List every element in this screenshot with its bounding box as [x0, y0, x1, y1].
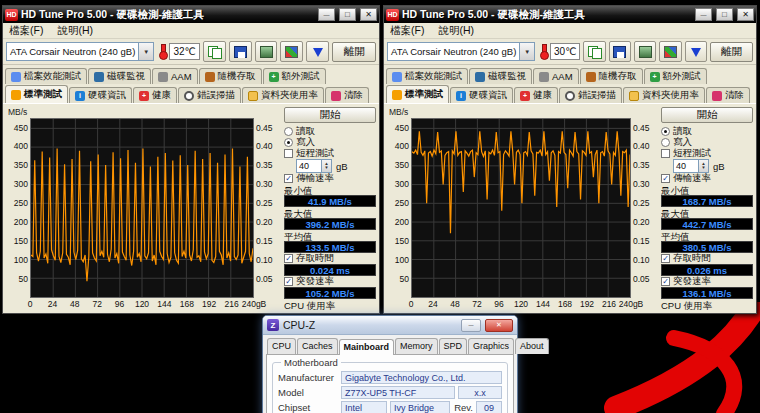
copy-screenshot-button[interactable]	[203, 41, 226, 62]
short-test-row[interactable]: 短程測試	[284, 148, 376, 159]
tab-benchmark[interactable]: 標準測試	[386, 85, 449, 103]
max-label: 最大值	[661, 208, 753, 218]
tab-disk-info[interactable]: 硬碟資訊	[69, 87, 132, 103]
short-test-size-stepper[interactable]: 40	[296, 159, 332, 173]
transfer-rate-checkbox[interactable]	[661, 174, 670, 183]
tab-random-access[interactable]: 隨機存取	[199, 68, 262, 84]
maximize-button[interactable]	[339, 8, 356, 21]
tab-health[interactable]: 健康	[514, 87, 558, 103]
short-test-row[interactable]: 短程測試	[661, 148, 753, 159]
menu-help[interactable]: 說明(H)	[57, 24, 93, 38]
save-screenshot-button[interactable]	[229, 41, 252, 62]
plot-area	[30, 118, 254, 298]
disk-monitor-icon	[94, 72, 104, 82]
access-time-checkbox[interactable]	[284, 254, 293, 263]
exit-button[interactable]: 離開	[332, 42, 376, 62]
print-button[interactable]	[634, 41, 656, 62]
tab-memory[interactable]: Memory	[395, 338, 438, 354]
drive-select[interactable]: ATA Corsair Neutron (240 gB)	[6, 42, 154, 61]
tab-caches[interactable]: Caches	[297, 338, 338, 354]
menu-file[interactable]: 檔案(F)	[390, 24, 424, 38]
options-button[interactable]	[280, 41, 303, 62]
minimize-button[interactable]	[318, 8, 335, 21]
x-axis-tick: 144	[536, 299, 550, 309]
tab-disk-monitor[interactable]: 磁碟監視	[469, 68, 532, 84]
close-button[interactable]	[737, 8, 754, 21]
tab-graphics[interactable]: Graphics	[468, 338, 514, 354]
tab-health[interactable]: 健康	[133, 87, 177, 103]
transfer-rate-row[interactable]: 傳輸速率	[661, 173, 753, 184]
titlebar[interactable]: HD HD Tune Pro 5.00 - 硬碟檢測-維護工具	[3, 6, 379, 23]
chevron-down-icon[interactable]	[519, 43, 534, 60]
read-radio[interactable]	[284, 127, 293, 136]
drive-select[interactable]: ATA Corsair Neutron (240 gB)	[387, 42, 535, 61]
tab-error-scan[interactable]: 錯誤掃描	[178, 87, 241, 103]
close-button[interactable]	[360, 8, 377, 21]
options-button[interactable]	[659, 41, 681, 62]
info-icon	[75, 91, 85, 101]
access-time-checkbox[interactable]	[661, 254, 670, 263]
short-test-checkbox[interactable]	[661, 149, 670, 158]
burst-rate-row[interactable]: 突發速率	[284, 276, 376, 287]
access-time-row[interactable]: 存取時間	[284, 253, 376, 264]
burst-rate-checkbox[interactable]	[661, 277, 670, 286]
manufacturer-value: Gigabyte Technology Co., Ltd.	[341, 371, 502, 384]
menu-help[interactable]: 說明(H)	[438, 24, 474, 38]
benchmark-content: MB/s 45040035030025020015010050 0.450.40…	[384, 103, 756, 313]
x-axis-tick: 0	[28, 299, 33, 309]
transfer-rate-row[interactable]: 傳輸速率	[284, 173, 376, 184]
tab-cpu[interactable]: CPU	[267, 338, 296, 354]
tab-aam[interactable]: AAM	[152, 68, 198, 84]
tab-folder-usage[interactable]: 資料夾使用率	[242, 87, 324, 103]
short-test-checkbox[interactable]	[284, 149, 293, 158]
burst-rate-row[interactable]: 突發速率	[661, 276, 753, 287]
copy-screenshot-button[interactable]	[583, 41, 605, 62]
start-button[interactable]: 開始	[661, 107, 753, 123]
save-screenshot-button[interactable]	[609, 41, 631, 62]
tab-disk-info[interactable]: 硬碟資訊	[450, 87, 513, 103]
x-axis-tick: 240gB	[242, 299, 267, 309]
tab-erase[interactable]: 清除	[706, 87, 750, 103]
print-button[interactable]	[255, 41, 278, 62]
tab-file-benchmark[interactable]: 檔案效能測試	[5, 68, 87, 84]
short-test-size-stepper[interactable]: 40	[673, 159, 709, 173]
burst-rate-checkbox[interactable]	[284, 277, 293, 286]
tab-folder-usage[interactable]: 資料夾使用率	[623, 87, 705, 103]
write-radio[interactable]	[661, 138, 670, 147]
aam-icon	[158, 72, 168, 82]
y-axis-tick: 0.40	[256, 141, 273, 151]
tab-disk-monitor[interactable]: 磁碟監視	[88, 68, 151, 84]
motherboard-group: Motherboard Manufacturer Gigabyte Techno…	[272, 362, 508, 413]
tab-spd[interactable]: SPD	[439, 338, 468, 354]
max-value: 442.7 MB/s	[661, 218, 753, 230]
read-radio[interactable]	[661, 127, 670, 136]
tab-random-access[interactable]: 隨機存取	[580, 68, 643, 84]
menu-file[interactable]: 檔案(F)	[9, 24, 43, 38]
minimize-button[interactable]	[695, 8, 712, 21]
tab-erase[interactable]: 清除	[325, 87, 369, 103]
maximize-button[interactable]	[716, 8, 733, 21]
benchmark-content: MB/s 45040035030025020015010050 0.450.40…	[3, 103, 379, 313]
tab-extra-tests[interactable]: 額外測試	[644, 68, 707, 84]
tab-file-benchmark[interactable]: 檔案效能測試	[386, 68, 468, 84]
chevron-down-icon[interactable]	[138, 43, 153, 60]
tab-about[interactable]: About	[515, 338, 549, 354]
y-axis-tick: 0.05	[633, 274, 650, 284]
tab-mainboard[interactable]: Mainboard	[339, 339, 395, 355]
save-results-button[interactable]	[306, 41, 329, 62]
titlebar[interactable]: HD HD Tune Pro 5.00 - 硬碟檢測-維護工具	[384, 6, 756, 23]
write-radio[interactable]	[284, 138, 293, 147]
tab-benchmark[interactable]: 標準測試	[5, 85, 68, 103]
access-time-row[interactable]: 存取時間	[661, 253, 753, 264]
tab-aam[interactable]: AAM	[533, 68, 579, 84]
tab-error-scan[interactable]: 錯誤掃描	[559, 87, 622, 103]
tab-extra-tests[interactable]: 額外測試	[263, 68, 326, 84]
exit-button[interactable]: 離開	[710, 42, 753, 62]
start-button[interactable]: 開始	[284, 107, 376, 123]
save-results-button[interactable]	[685, 41, 707, 62]
x-axis-tick: 168	[558, 299, 572, 309]
close-button[interactable]	[485, 319, 513, 332]
transfer-rate-checkbox[interactable]	[284, 174, 293, 183]
minimize-button[interactable]	[461, 319, 481, 332]
titlebar[interactable]: Z CPU-Z	[263, 316, 517, 335]
